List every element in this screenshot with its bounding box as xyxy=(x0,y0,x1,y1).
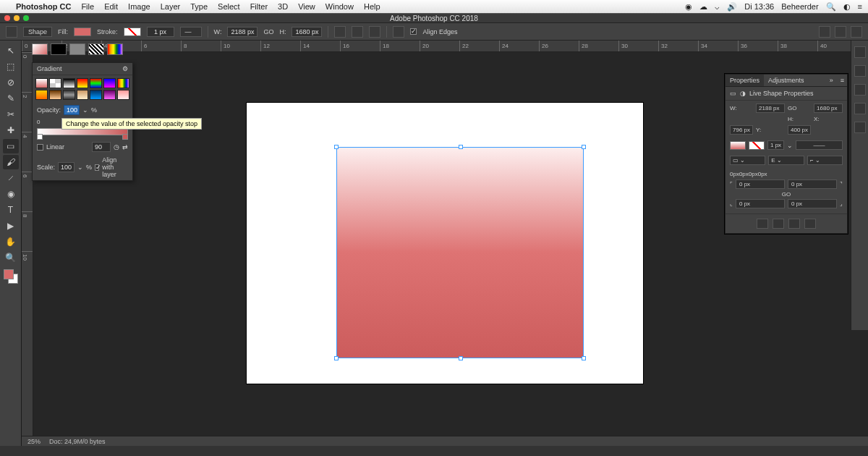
prop-height[interactable]: 1680 px xyxy=(814,104,843,113)
menu-select[interactable]: Select xyxy=(218,2,240,11)
fill-type-1[interactable] xyxy=(51,43,67,55)
tool-13[interactable]: ↖ xyxy=(3,43,19,58)
color-panel-icon[interactable] xyxy=(854,46,866,58)
stroke-style-select[interactable]: — xyxy=(180,27,202,37)
corner-bl-input[interactable]: 0 px xyxy=(736,199,785,208)
collapse-icon[interactable]: » xyxy=(825,75,838,86)
control-icon[interactable]: ◐ xyxy=(843,2,851,12)
corner-tl-input[interactable]: 0 px xyxy=(736,180,785,189)
handle-bl[interactable] xyxy=(334,356,339,360)
gradient-preset-5[interactable] xyxy=(103,78,116,88)
menubar-icon[interactable]: ◉ xyxy=(685,2,692,12)
spotlight-icon[interactable]: 🔍 xyxy=(826,2,836,12)
stroke-align-select[interactable]: ▭ ⌄ xyxy=(730,156,765,165)
path-arrange-icon[interactable] xyxy=(369,26,380,38)
menu-image[interactable]: Image xyxy=(128,2,150,11)
color-stop-right[interactable] xyxy=(122,134,128,140)
pathop-exclude-icon[interactable] xyxy=(804,219,816,229)
gradient-preset-10[interactable] xyxy=(77,90,89,100)
close-button[interactable] xyxy=(4,15,10,21)
gradient-preset-9[interactable] xyxy=(63,90,75,100)
scale-input[interactable]: 100 xyxy=(58,162,75,172)
menu-file[interactable]: File xyxy=(81,2,94,11)
path-align-icon[interactable] xyxy=(352,26,363,38)
menu-layer[interactable]: Layer xyxy=(161,2,181,11)
gradient-preset-2[interactable] xyxy=(63,78,75,88)
tool-12[interactable]: ⬚ xyxy=(3,59,19,74)
handle-tl[interactable] xyxy=(334,145,339,149)
app-name[interactable]: Photoshop CC xyxy=(16,2,71,11)
panel-menu-icon[interactable]: ⚙ xyxy=(122,65,128,72)
tool-6[interactable]: 🖌 xyxy=(3,155,19,169)
tool-7[interactable]: ▭ xyxy=(3,139,19,153)
gradient-preset-7[interactable] xyxy=(35,90,48,100)
opacity-input[interactable]: 100 xyxy=(64,105,80,115)
gradient-bar[interactable] xyxy=(37,128,128,138)
gradient-preset-6[interactable] xyxy=(117,78,129,88)
align-layer-checkbox[interactable] xyxy=(95,164,99,171)
opacity-dropdown-icon[interactable]: ⌄ xyxy=(82,106,88,114)
channels-panel-icon[interactable] xyxy=(854,103,866,114)
stroke-corner-select[interactable]: ⌐ ⌄ xyxy=(807,156,843,165)
tool-5[interactable]: ⟋ xyxy=(3,171,19,185)
clock[interactable]: Di 13:36 xyxy=(744,2,774,11)
gradient-type-icon[interactable] xyxy=(37,144,43,151)
menu-help[interactable]: Help xyxy=(364,2,380,11)
reverse-icon[interactable]: ⇄ xyxy=(122,143,128,151)
fill-swatch[interactable] xyxy=(74,28,91,36)
align-edges-checkbox[interactable] xyxy=(410,28,417,35)
prop-width[interactable]: 2188 px xyxy=(756,104,785,113)
fill-type-2[interactable] xyxy=(69,43,85,55)
tool-10[interactable]: ✎ xyxy=(3,91,19,106)
pathop-subtract-icon[interactable] xyxy=(773,219,784,229)
corner-tr-input[interactable]: 0 px xyxy=(788,180,837,189)
handle-bm[interactable] xyxy=(459,356,463,360)
gradient-preset-11[interactable] xyxy=(90,90,102,100)
prop-x[interactable]: 796 px xyxy=(730,125,753,135)
tool-2[interactable]: ▶ xyxy=(3,219,19,233)
height-input[interactable]: 1680 px xyxy=(292,27,322,37)
menu-window[interactable]: Window xyxy=(326,2,354,11)
stroke-width-input[interactable]: 1 px xyxy=(147,27,174,37)
color-stop-left[interactable] xyxy=(37,134,43,140)
stroke-swatch[interactable] xyxy=(124,28,141,36)
stroke-cap-select[interactable]: E ⌄ xyxy=(768,156,804,165)
menu-edit[interactable]: Edit xyxy=(104,2,118,11)
tab-adjustments[interactable]: Adjustments xyxy=(764,75,809,86)
gradient-preset-12[interactable] xyxy=(103,90,116,100)
link-wh[interactable]: GO xyxy=(263,28,273,35)
fill-type-3[interactable] xyxy=(88,43,104,55)
gradient-preset-8[interactable] xyxy=(49,90,61,100)
stroke-dash-select[interactable]: —— xyxy=(796,140,843,150)
notifications-icon[interactable]: ≡ xyxy=(858,2,862,11)
prop-y[interactable]: 400 px xyxy=(788,125,811,135)
tool-4[interactable]: ◉ xyxy=(3,187,19,201)
pathop-unite-icon[interactable] xyxy=(757,219,768,229)
gradient-type-select[interactable]: Linear xyxy=(46,143,89,151)
gradient-preset-3[interactable] xyxy=(77,78,89,88)
scale-dropdown-icon[interactable]: ⌄ xyxy=(77,164,83,171)
handle-tr[interactable] xyxy=(582,145,586,149)
workspace-icon[interactable] xyxy=(835,26,846,38)
pathop-intersect-icon[interactable] xyxy=(788,219,800,229)
width-input[interactable]: 2188 px xyxy=(227,27,258,37)
foreground-color[interactable] xyxy=(4,269,14,279)
zoom-level[interactable]: 25% xyxy=(27,438,41,445)
tool-11[interactable]: ⊘ xyxy=(3,75,19,90)
paths-panel-icon[interactable] xyxy=(854,122,866,133)
menu-3d[interactable]: 3D xyxy=(278,2,288,11)
prop-stroke-swatch[interactable] xyxy=(749,141,765,150)
gradient-preset-1[interactable] xyxy=(49,78,61,88)
panel-menu-icon[interactable]: ≡ xyxy=(838,75,847,86)
angle-input[interactable]: 90 xyxy=(92,142,111,152)
tool-icon[interactable] xyxy=(6,26,17,38)
link-wh-icon[interactable]: GO xyxy=(788,105,811,111)
handle-br[interactable] xyxy=(582,356,586,360)
tool-9[interactable]: ✂ xyxy=(3,107,19,122)
swatches-panel-icon[interactable] xyxy=(854,65,866,77)
fill-type-4[interactable] xyxy=(107,43,123,55)
search-icon[interactable] xyxy=(819,26,830,38)
menu-type[interactable]: Type xyxy=(190,2,208,11)
tool-0[interactable]: 🔍 xyxy=(3,250,19,265)
layers-panel-icon[interactable] xyxy=(854,84,866,96)
